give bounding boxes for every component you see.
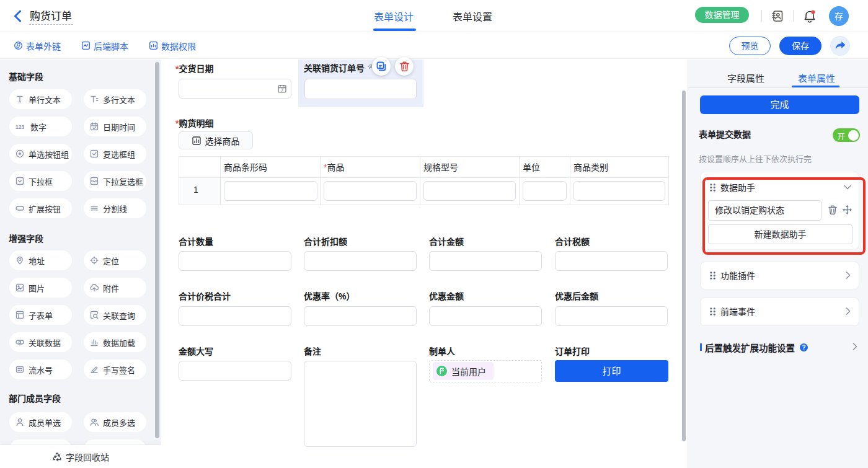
svg-text:7: 7 <box>281 87 284 93</box>
svg-text:123: 123 <box>16 124 24 130</box>
